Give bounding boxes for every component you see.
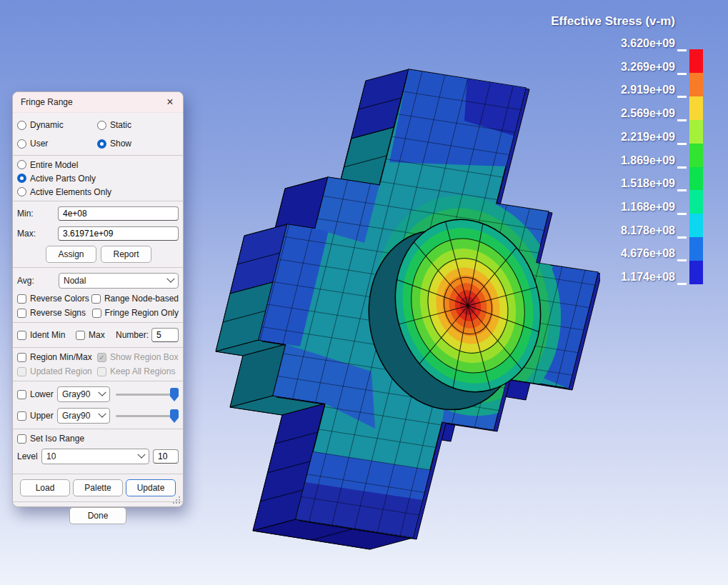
legend-tick bbox=[677, 143, 687, 145]
dialog-title: Fringe Range bbox=[21, 97, 163, 107]
checkbox-reverse-signs[interactable]: Reverse Signs bbox=[17, 308, 92, 318]
palette-button[interactable]: Palette bbox=[73, 479, 123, 496]
legend-label: 2.569e+09 bbox=[621, 106, 675, 121]
legend-color-bar bbox=[689, 49, 703, 284]
radio-active-elements[interactable]: Active Elements Only bbox=[13, 185, 183, 199]
max-label: Max: bbox=[17, 229, 58, 239]
legend-label: 4.676e+08 bbox=[621, 246, 675, 261]
legend-color-segment bbox=[689, 120, 703, 144]
fea-model-view[interactable] bbox=[200, 29, 600, 557]
legend-tick bbox=[677, 96, 687, 98]
upper-slider[interactable] bbox=[116, 409, 179, 423]
fringe-range-dialog: Fringe Range × Dynamic Static User Show … bbox=[12, 91, 184, 507]
chevron-down-icon bbox=[98, 410, 106, 418]
avg-label: Avg: bbox=[17, 276, 59, 286]
avg-select[interactable]: Nodal bbox=[59, 273, 179, 289]
lower-slider-thumb[interactable] bbox=[170, 388, 179, 401]
lower-slider-track bbox=[116, 394, 179, 396]
radio-user-icon bbox=[17, 139, 26, 149]
chevron-down-icon bbox=[137, 451, 145, 459]
upper-slider-thumb[interactable] bbox=[170, 409, 179, 423]
radio-dynamic[interactable]: Dynamic bbox=[17, 120, 97, 130]
checkbox-lower[interactable]: Lower bbox=[17, 389, 57, 399]
checkbox-ident-max[interactable]: Max bbox=[76, 330, 105, 340]
chevron-down-icon bbox=[98, 389, 106, 396]
legend-color-segment bbox=[689, 214, 703, 237]
checkbox-updated-region-icon bbox=[17, 367, 26, 376]
legend-tick bbox=[677, 73, 687, 75]
legend-title: Effective Stress (v-m) bbox=[551, 14, 675, 29]
checkbox-updated-region: Updated Region bbox=[17, 366, 97, 376]
legend-tick bbox=[677, 236, 687, 239]
min-label: Min: bbox=[17, 209, 58, 219]
update-button[interactable]: Update bbox=[126, 479, 176, 496]
legend-color-segment bbox=[689, 96, 703, 120]
min-input[interactable] bbox=[58, 206, 179, 221]
checkbox-upper[interactable]: Upper bbox=[17, 411, 57, 421]
checkbox-ident-min[interactable]: Ident Min bbox=[17, 330, 76, 340]
checkbox-set-iso-range[interactable]: Set Iso Range bbox=[13, 431, 183, 446]
lower-slider[interactable] bbox=[116, 387, 179, 401]
radio-active-elements-icon bbox=[17, 187, 26, 196]
radio-static[interactable]: Static bbox=[97, 120, 131, 130]
level-select[interactable]: 10 bbox=[41, 449, 149, 464]
resize-grip[interactable] bbox=[173, 496, 180, 504]
dialog-titlebar[interactable]: Fringe Range × bbox=[13, 92, 183, 113]
radio-entire-model[interactable]: Entire Model bbox=[13, 158, 183, 171]
load-button[interactable]: Load bbox=[20, 479, 70, 496]
upper-color-select[interactable]: Gray90 bbox=[57, 408, 110, 424]
legend-color-segment bbox=[689, 73, 703, 96]
number-label: Number: bbox=[116, 330, 149, 340]
legend-color-segment bbox=[689, 261, 703, 284]
legend-tick bbox=[677, 283, 687, 285]
chevron-down-icon bbox=[166, 275, 174, 283]
done-button[interactable]: Done bbox=[69, 507, 126, 524]
legend-label: 1.518e+09 bbox=[621, 176, 675, 191]
legend-label: 2.919e+09 bbox=[621, 82, 675, 98]
radio-static-icon bbox=[97, 121, 106, 130]
radio-entire-model-icon bbox=[17, 160, 26, 169]
legend-tick bbox=[677, 49, 687, 51]
legend-tick bbox=[677, 119, 687, 121]
checkbox-show-region-box: ✓ Show Region Box bbox=[97, 352, 178, 362]
checkbox-keep-all-regions: Keep All Regions bbox=[97, 366, 175, 376]
legend-label: 1.174e+08 bbox=[621, 269, 675, 285]
checkbox-ident-min-icon bbox=[17, 331, 26, 340]
radio-show-icon bbox=[97, 139, 106, 149]
legend-color-segment bbox=[689, 237, 703, 261]
checkbox-fringe-region-only[interactable]: Fringe Region Only bbox=[92, 308, 179, 318]
checkbox-range-node-based-icon bbox=[91, 294, 101, 304]
checkbox-keep-all-regions-icon bbox=[97, 367, 106, 376]
checkbox-range-node-based[interactable]: Range Node-based bbox=[91, 294, 179, 304]
checkbox-region-minmax[interactable]: Region Min/Max bbox=[17, 352, 97, 362]
checkbox-region-minmax-icon bbox=[17, 353, 26, 362]
radio-user[interactable]: User bbox=[17, 139, 97, 149]
close-icon[interactable]: × bbox=[163, 95, 177, 109]
radio-active-parts-icon bbox=[17, 174, 26, 183]
radio-active-parts[interactable]: Active Parts Only bbox=[13, 171, 183, 185]
checkbox-reverse-signs-icon bbox=[17, 309, 26, 318]
legend-tick bbox=[677, 166, 687, 169]
legend-tick bbox=[677, 259, 687, 261]
lower-color-select[interactable]: Gray90 bbox=[57, 386, 110, 402]
checkbox-reverse-colors[interactable]: Reverse Colors bbox=[17, 294, 91, 304]
max-input[interactable] bbox=[58, 226, 179, 241]
legend-tick bbox=[677, 213, 687, 215]
radio-show[interactable]: Show bbox=[97, 139, 131, 149]
viewport-background: { "dialog": { "title": "Fringe Range", "… bbox=[0, 0, 728, 585]
legend-color-segment bbox=[689, 144, 703, 167]
legend-label: 1.869e+09 bbox=[621, 153, 675, 169]
level-count-input[interactable] bbox=[153, 449, 179, 464]
checkbox-show-region-box-icon: ✓ bbox=[97, 353, 106, 362]
legend-label: 3.620e+09 bbox=[621, 36, 675, 51]
checkbox-ident-max-icon bbox=[76, 331, 85, 340]
report-button[interactable]: Report bbox=[101, 246, 151, 263]
checkbox-upper-icon bbox=[17, 411, 26, 421]
legend-label: 2.219e+09 bbox=[621, 129, 675, 145]
legend-color-segment bbox=[689, 167, 703, 191]
legend-label: 1.168e+09 bbox=[621, 199, 675, 215]
level-label: Level bbox=[17, 451, 41, 461]
legend-color-segment bbox=[689, 49, 703, 73]
assign-button[interactable]: Assign bbox=[46, 246, 96, 263]
number-input[interactable] bbox=[151, 328, 179, 342]
